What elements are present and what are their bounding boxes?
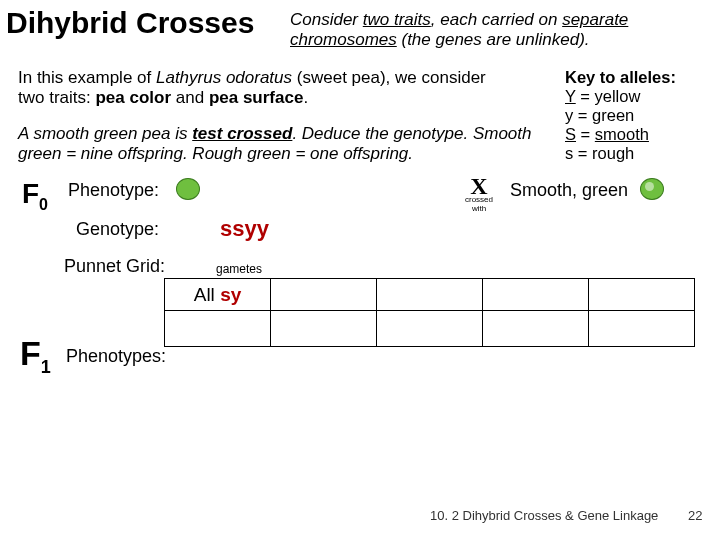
t: F [20, 334, 41, 372]
t: F [22, 178, 39, 209]
t: = yellow [576, 87, 641, 105]
crossed-with-icon: X crossed with [460, 176, 498, 213]
phenotypes-label: Phenotypes: [66, 346, 166, 367]
allele-key: Key to alleles: Y = yellow y = green S =… [565, 68, 676, 163]
grid-header [271, 279, 377, 311]
t: , each carried on [431, 10, 562, 29]
t: two traits [363, 10, 431, 29]
grid-cell [483, 311, 589, 347]
punnet-grid: All sy [164, 278, 695, 347]
t: = rough [573, 144, 634, 162]
f1-label: F1 [20, 334, 51, 378]
t: 0 [39, 196, 48, 213]
grid-header: All sy [165, 279, 271, 311]
genotype-label: Genotype: [76, 219, 159, 240]
t: S [565, 125, 576, 143]
subtitle: Consider two traits, each carried on sep… [290, 10, 690, 49]
grid-cell [589, 311, 695, 347]
species: Lathyrus odoratus [156, 68, 292, 87]
pea-icon [640, 178, 664, 200]
key-title: Key to alleles: [565, 68, 676, 87]
t: = [576, 125, 595, 143]
grid-header [377, 279, 483, 311]
f0-label: F0 [22, 178, 48, 214]
grid-cell [165, 311, 271, 347]
t: pea color [95, 88, 171, 107]
grid-header [483, 279, 589, 311]
t: test crossed [192, 124, 292, 143]
t: crossed with [460, 195, 498, 213]
t: (the genes are unlinked). [397, 30, 590, 49]
intro-text: In this example of Lathyrus odoratus (sw… [18, 68, 498, 107]
grid-cell [271, 311, 377, 347]
t: y [565, 106, 573, 124]
t: 1 [41, 357, 51, 377]
t: All [194, 284, 220, 305]
t: A smooth green pea is [18, 124, 192, 143]
t: sy [220, 284, 241, 305]
grid-cell [377, 311, 483, 347]
grid-header [589, 279, 695, 311]
punnet-label: Punnet Grid: [64, 256, 165, 277]
footer-text: 10. 2 Dihybrid Crosses & Gene Linkage [430, 508, 658, 523]
gametes-label: gametes [216, 262, 262, 276]
task-text: A smooth green pea is test crossed. Dedu… [18, 124, 538, 163]
t: In this example of [18, 68, 156, 87]
t: s [565, 144, 573, 162]
t: = green [573, 106, 634, 124]
t: smooth [595, 125, 649, 143]
pea-icon [176, 178, 200, 200]
t: Consider [290, 10, 363, 29]
t: and [171, 88, 209, 107]
phenotype-right: Smooth, green [510, 180, 628, 201]
t: . [303, 88, 308, 107]
phenotype-label: Phenotype: [68, 180, 159, 201]
t: Y [565, 87, 576, 105]
t: pea surface [209, 88, 304, 107]
page-number: 22 [688, 508, 702, 523]
page-title: Dihybrid Crosses [6, 6, 254, 40]
genotype-value: ssyy [220, 216, 269, 242]
